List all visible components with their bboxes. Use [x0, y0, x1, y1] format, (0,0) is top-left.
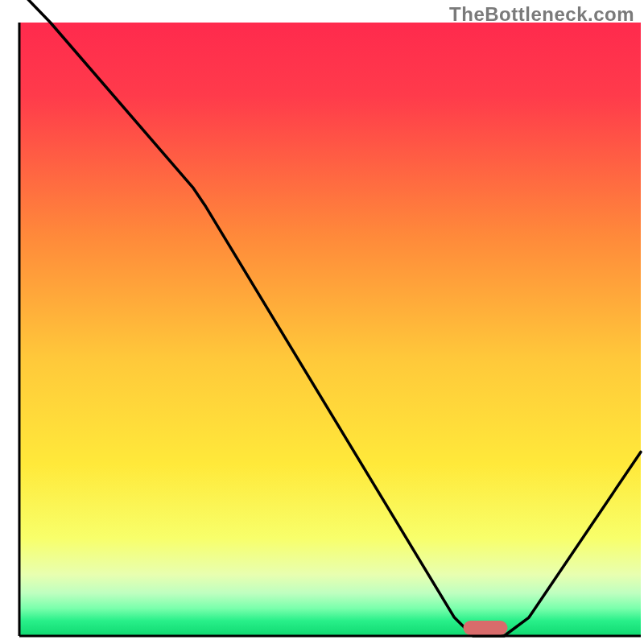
bottleneck-chart: TheBottleneck.com	[0, 0, 644, 644]
attribution-label: TheBottleneck.com	[449, 3, 634, 26]
optimal-marker	[464, 621, 508, 635]
chart-svg	[0, 0, 644, 644]
plot-area	[19, 23, 641, 636]
